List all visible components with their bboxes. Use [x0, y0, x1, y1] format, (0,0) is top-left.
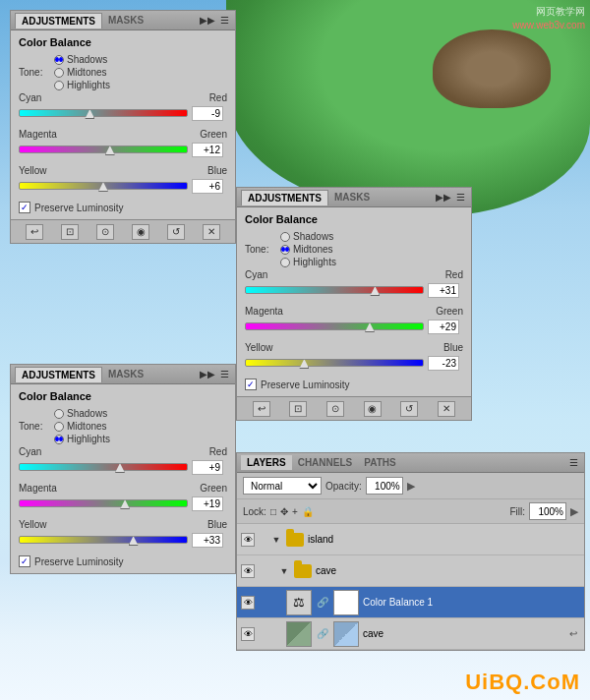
panel2-radio-shadows[interactable]: Shadows: [54, 408, 110, 419]
tab-adjustments-3[interactable]: ADJUSTMENTS: [241, 190, 328, 205]
panel1-magenta-green-thumb[interactable]: [105, 146, 115, 155]
panel2-tone-row: Tone: Shadows Midtones Highlights: [19, 408, 227, 444]
panel3-vis-btn[interactable]: ⊙: [326, 401, 344, 417]
panel1-delete-btn[interactable]: ✕: [203, 224, 220, 240]
panel1-yellow-blue-slider[interactable]: +6: [19, 178, 227, 194]
panel2-forward-icon[interactable]: ▶▶: [201, 368, 214, 381]
opacity-arrow[interactable]: ▶: [407, 480, 415, 493]
panel3-copy-btn[interactable]: ⊡: [289, 401, 307, 417]
panel1-preserve-row: ✓ Preserve Luminosity: [19, 202, 227, 213]
layer-cave-image-vis[interactable]: 👁: [241, 627, 255, 641]
panel3-yellow-blue-thumb[interactable]: [299, 359, 309, 369]
panel3-delete-btn[interactable]: ✕: [438, 401, 455, 417]
panel3-forward-icon[interactable]: ▶▶: [437, 191, 450, 204]
panel3-radio-shadows[interactable]: Shadows: [280, 231, 336, 242]
panel1-eye-btn[interactable]: ◉: [132, 224, 149, 240]
panel3-radio-highlights[interactable]: Highlights: [280, 257, 336, 267]
tab-masks-2[interactable]: MASKS: [102, 367, 149, 381]
panel2-preserve-checkbox[interactable]: ✓: [19, 555, 30, 567]
panel1-cyan-red-thumb[interactable]: [85, 109, 94, 119]
panel1-yellow-blue-value[interactable]: +6: [192, 179, 223, 194]
tab-layers[interactable]: LAYERS: [241, 455, 292, 470]
tab-masks-1[interactable]: MASKS: [102, 13, 149, 28]
panel2-magenta-green-slider[interactable]: +19: [19, 496, 227, 511]
panel3-yellow-blue-value[interactable]: -23: [428, 356, 459, 371]
layer-cave-folder-expand[interactable]: ▼: [278, 565, 290, 577]
fill-input[interactable]: [529, 502, 566, 520]
layer-cave-image-chain[interactable]: 🔗: [316, 627, 329, 641]
fill-arrow[interactable]: ▶: [570, 505, 578, 518]
layer-cave-folder-vis[interactable]: 👁: [241, 564, 255, 578]
layer-colorbalance-name: Color Balance 1: [363, 597, 580, 608]
lock-all-icon[interactable]: 🔒: [302, 506, 314, 517]
panel1-magenta-green-slider[interactable]: +12: [19, 142, 227, 157]
panel2-cyan-red-value[interactable]: +9: [192, 460, 223, 475]
opacity-input[interactable]: [366, 477, 403, 495]
panel3-yellow-blue-slider[interactable]: -23: [245, 355, 463, 371]
panel3-cyan-red-slider[interactable]: +31: [245, 282, 463, 298]
panel2-title: Color Balance: [19, 390, 227, 402]
panel1-cyan-red-slider[interactable]: -9: [19, 105, 227, 121]
panel2-magenta-green-thumb[interactable]: [120, 499, 130, 509]
panel3-magenta-green-thumb[interactable]: [365, 322, 375, 332]
lock-transparent-icon[interactable]: □: [270, 506, 276, 517]
panel2-menu-icon[interactable]: ☰: [217, 368, 231, 381]
panel1-vis-btn[interactable]: ⊙: [96, 224, 114, 240]
panel1-preserve-checkbox[interactable]: ✓: [19, 202, 30, 213]
panel2-preserve-label: Preserve Luminosity: [34, 556, 124, 567]
panel2-icons: ▶▶ ☰: [201, 368, 231, 381]
lock-move-icon[interactable]: ✥: [280, 506, 288, 517]
tab-adjustments-1[interactable]: ADJUSTMENTS: [15, 13, 102, 29]
panel3-tone-row: Tone: Shadows Midtones Highlights: [245, 231, 463, 267]
layer-cave-folder[interactable]: 👁 ▼ cave: [237, 555, 584, 587]
panel3-refresh-btn[interactable]: ↺: [400, 401, 418, 417]
tab-adjustments-2[interactable]: ADJUSTMENTS: [15, 367, 102, 382]
layer-colorbalance-chain[interactable]: 🔗: [316, 596, 329, 610]
panel3-magenta-green-value[interactable]: +29: [428, 320, 459, 334]
panel3-menu-icon[interactable]: ☰: [453, 191, 467, 204]
panel1-radio-midtones[interactable]: Midtones: [54, 67, 110, 78]
opacity-label: Opacity:: [325, 481, 362, 492]
panel2-yellow-blue-slider[interactable]: +33: [19, 532, 227, 548]
tab-paths[interactable]: PATHS: [358, 455, 401, 470]
panel1-copy-btn[interactable]: ⊡: [61, 224, 79, 240]
panel1-magenta-green-value[interactable]: +12: [192, 143, 223, 157]
panel1-refresh-btn[interactable]: ↺: [167, 224, 185, 240]
tab-channels[interactable]: CHANNELS: [292, 455, 359, 470]
panel1-cyan-red-value[interactable]: -9: [192, 106, 223, 121]
panel3-magenta-green-track: [245, 322, 424, 330]
panel3-reset-btn[interactable]: ↩: [253, 401, 270, 417]
panel3-eye-btn[interactable]: ◉: [364, 401, 382, 417]
blend-mode-select[interactable]: Normal: [243, 477, 322, 495]
panel1-yellow-blue-track: [19, 182, 188, 190]
layer-cave-image-extra[interactable]: ↩: [566, 627, 580, 641]
panel2-yellow-blue-value[interactable]: +33: [192, 533, 223, 548]
panel1-forward-icon[interactable]: ▶▶: [201, 14, 214, 28]
panel2-radio-midtones[interactable]: Midtones: [54, 421, 110, 432]
layers-menu-icon[interactable]: ☰: [566, 456, 580, 470]
layer-cave-image[interactable]: 👁 🔗 cave ↩: [237, 618, 584, 650]
panel2-magenta-green-value[interactable]: +19: [192, 496, 223, 511]
panel1-radio-highlights[interactable]: Highlights: [54, 80, 110, 90]
panel2-cyan-red-thumb[interactable]: [115, 463, 125, 473]
layer-island-expand[interactable]: ▼: [270, 534, 282, 546]
panel3-cyan-red-thumb[interactable]: [370, 286, 380, 296]
layer-colorbalance-vis[interactable]: 👁: [241, 596, 255, 610]
panel3-radio-midtones[interactable]: Midtones: [280, 244, 336, 255]
panel1-menu-icon[interactable]: ☰: [217, 14, 231, 28]
panel1-magenta-green-labels: Magenta Green: [19, 129, 227, 140]
panel1-radio-shadows[interactable]: Shadows: [54, 54, 110, 65]
panel3-magenta-green-slider[interactable]: +29: [245, 319, 463, 334]
layer-island[interactable]: 👁 ▼ island: [237, 524, 584, 555]
panel2-yellow-blue-thumb[interactable]: [129, 536, 139, 546]
panel1-yellow-blue-thumb[interactable]: [98, 182, 108, 192]
tab-masks-3[interactable]: MASKS: [328, 190, 376, 204]
panel3-cyan-red-value[interactable]: +31: [428, 283, 459, 298]
panel2-radio-highlights[interactable]: Highlights: [54, 434, 110, 444]
panel2-cyan-red-slider[interactable]: +9: [19, 459, 227, 475]
lock-edit-icon[interactable]: +: [292, 506, 298, 517]
layer-island-vis[interactable]: 👁: [241, 533, 255, 547]
panel1-reset-btn[interactable]: ↩: [26, 224, 43, 240]
panel3-preserve-checkbox[interactable]: ✓: [245, 379, 257, 390]
layer-colorbalance[interactable]: 👁 ⚖ 🔗 Color Balance 1: [237, 587, 584, 618]
